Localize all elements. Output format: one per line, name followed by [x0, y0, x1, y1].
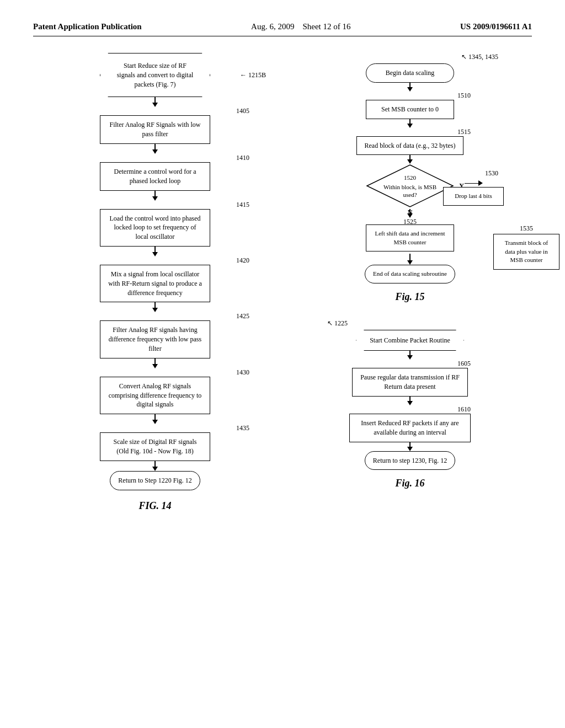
fig15-below-diamond: 1525: [316, 209, 504, 218]
arrow6: [152, 358, 158, 368]
fig16-ref: ↖ 1225: [327, 319, 348, 328]
fig14-start-row: Start Reduce size of RF signals and conv…: [33, 53, 277, 97]
fig15-start-row: Begin data scaling: [316, 63, 504, 83]
fig15-label: Fig. 15: [395, 291, 424, 303]
arrow2: [152, 144, 158, 154]
fig16-label: Fig. 16: [395, 478, 424, 489]
step-1435-label: 1435: [236, 424, 249, 432]
fig15-diamond-text: 1520 Within block, is MSB used?: [382, 174, 438, 199]
header-date-sheet: Aug. 6, 2009 Sheet 12 of 16: [251, 22, 350, 31]
fig15-final-arrow: [407, 254, 413, 265]
fig15-diamond-row: 1530 1520 Within block, is MSB used? Y: [316, 164, 504, 208]
fig15-arrow3: [407, 155, 413, 164]
fig15-step-1510: Set MSB counter to 0: [366, 100, 454, 119]
fig15-arrow1: [407, 83, 413, 92]
arrow4: [152, 247, 158, 256]
fig14-column: Start Reduce size of RF signals and conv…: [33, 53, 277, 512]
fig15-flow: ↖ 1345, 1435 Begin data scaling 1510 Set…: [316, 53, 504, 303]
fig15-branch-y-container: Drop last 4 bits: [443, 180, 504, 205]
fig14-step-1435: Scale size of Digital RF signals (Old Fi…: [100, 432, 210, 461]
fig15-diamond-id: 1520: [382, 174, 438, 181]
fig16-start-node: Start Combine Packet Routine: [356, 330, 464, 351]
right-column: ↖ 1345, 1435 Begin data scaling 1510 Set…: [288, 53, 532, 512]
step-1410-label: 1410: [236, 154, 249, 162]
fig15-step1535-label: 1535: [520, 224, 533, 233]
fig14-step-1430: Convert Analog RF signals comprising dif…: [100, 377, 210, 414]
arrow5: [152, 302, 158, 312]
fig15-y-arrow-head: [478, 180, 483, 186]
fig15-end-node: End of data scaling subroutine: [365, 265, 455, 283]
fig15-1535-container: 1535 Transmit block of data plus value i…: [493, 224, 559, 269]
fig14-step-1405: Filter Analog RF Signals with low pass f…: [100, 115, 210, 144]
fig14-label: FIG. 14: [138, 500, 171, 512]
fig16-step1610-label: 1610: [457, 405, 471, 414]
fig15-diamond-wrapper: 1520 Within block, is MSB used? Y N: [366, 164, 454, 208]
fig15-step-1525: Left shift data and increment MSB counte…: [366, 224, 454, 251]
fig14-start-node: Start Reduce size of RF signals and conv…: [100, 53, 210, 97]
fig14-end-node: Return to Step 1220 Fig. 12: [110, 471, 200, 490]
fig15-n-arrow: [407, 209, 413, 218]
fig16-ref-row: ↖ 1225: [316, 319, 504, 328]
step-1425-label: 1425: [236, 312, 249, 320]
fig15-arrow2: [407, 119, 413, 128]
header-publication: Patent Application Publication: [33, 22, 142, 31]
fig15-step-1530: Drop last 4 bits: [443, 187, 504, 205]
fig14-start-ref: ← 1215B: [240, 71, 266, 79]
fig16-step-1605: Pause regular data transmission if RF Re…: [352, 368, 468, 397]
page: Patent Application Publication Aug. 6, 2…: [0, 0, 565, 728]
fig15-step-1515: Read block of data (e.g., 32 bytes): [356, 136, 464, 156]
header: Patent Application Publication Aug. 6, 2…: [33, 22, 532, 36]
arrow8: [152, 461, 158, 471]
step-1405-label: 1405: [236, 107, 249, 115]
fig15-ref-row: ↖ 1345, 1435: [316, 53, 504, 61]
step-1420-label: 1420: [236, 256, 249, 265]
step-1415-label: 1415: [236, 201, 249, 209]
fig14-step-1425: Filter Analog RF signals having differen…: [100, 320, 210, 358]
fig16-flow: ↖ 1225 Start Combine Packet Routine 1605…: [316, 319, 504, 490]
fig16-end-node: Return to step 1230, Fig. 12: [365, 451, 455, 470]
fig16-arrow1: [407, 351, 413, 360]
fig14-step-1410: Determine a control word for a phased lo…: [100, 162, 210, 191]
fig16-start-row: Start Combine Packet Routine: [316, 330, 504, 351]
fig16-step-1610: Insert Reduced RF packets if any are ava…: [349, 414, 471, 442]
fig15-y-arrow-horiz: [465, 180, 483, 186]
fig16-arrow3: [407, 442, 413, 451]
fig15-branch-y-id: 1530: [485, 169, 498, 178]
fig15-step-1535: Transmit block of data plus value in MSB…: [493, 234, 559, 269]
fig15-ref-arrow: ↖ 1345, 1435: [461, 53, 498, 61]
main-content: Start Reduce size of RF signals and conv…: [33, 53, 532, 512]
fig14-flow: Start Reduce size of RF signals and conv…: [33, 53, 277, 512]
arrow7: [152, 414, 158, 424]
arrow1: [152, 97, 158, 107]
fig16-step1605-label: 1605: [457, 360, 471, 368]
fig15-start-node: Begin data scaling: [366, 63, 454, 83]
step-1430-label: 1430: [236, 368, 249, 377]
fig15-step1515-label: 1515: [457, 128, 471, 136]
fig14-step-1420: Mix a signal from local oscillator with …: [100, 265, 210, 302]
arrow3: [152, 191, 158, 201]
fig15-y-horiz-line: [465, 183, 478, 184]
fig14-step-1415: Load the control word into phased locked…: [100, 209, 210, 247]
fig15-step1510-label: 1510: [457, 92, 471, 100]
header-patent-num: US 2009/0196611 A1: [460, 22, 532, 31]
fig16-arrow2: [407, 397, 413, 405]
